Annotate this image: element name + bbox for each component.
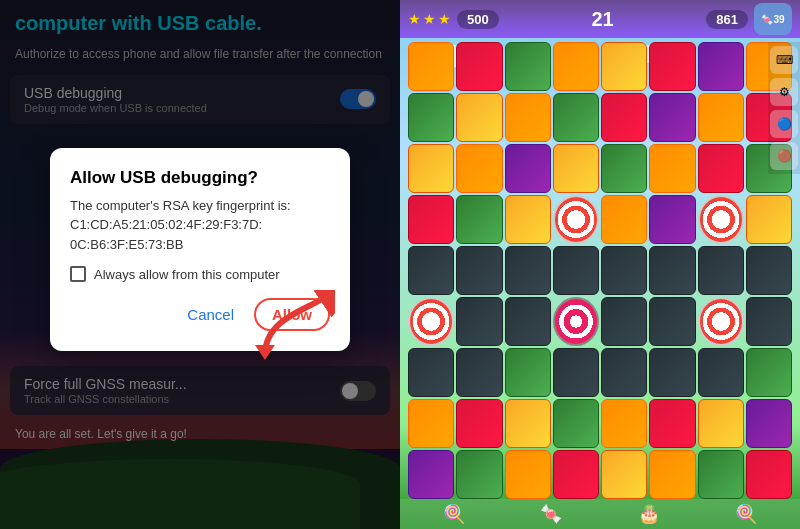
candy [553,93,599,142]
side-icons: ⌨ ⚙ 🔵 🟤 [768,42,800,174]
candy-dark [553,246,599,295]
candy [746,450,792,499]
candy [601,144,647,193]
candy [408,399,454,448]
candy [456,399,502,448]
candy [505,348,551,397]
candy [505,195,551,244]
candy-dark [456,246,502,295]
candy-peppermint [553,195,599,244]
cancel-button[interactable]: Cancel [175,300,246,329]
candy-dark [505,297,551,346]
bottom-candy-2: 🍬 [540,503,562,525]
candy [601,399,647,448]
always-allow-checkbox[interactable] [70,266,86,282]
candy [553,399,599,448]
candy-dark [746,297,792,346]
item-icon: 🍬 [761,14,773,25]
game-topbar: ★ ★ ★ 500 21 861 🍬 39 [400,0,800,38]
dialog-overlay: Allow USB debugging? The computer's RSA … [0,0,400,529]
candy-dark [601,297,647,346]
candy [505,450,551,499]
dialog-body: The computer's RSA key fingerprint is: C… [70,196,330,255]
candy [649,144,695,193]
candy [553,450,599,499]
candy-dark [456,297,502,346]
candy [505,144,551,193]
candy [649,93,695,142]
candy-dark [746,246,792,295]
right-panel: ★ ★ ★ 500 21 861 🍬 39 [400,0,800,529]
candy [698,42,744,91]
candy-peppermint-large [553,297,599,346]
score-badge: 500 [457,10,499,29]
candy-dark [408,246,454,295]
bottom-candy-1: 🍭 [443,503,465,525]
candy [649,399,695,448]
candy-dark [505,246,551,295]
candy-dark [698,246,744,295]
game-grid [408,42,792,499]
game-bottom: 🍭 🍬 🎂 🍭 [400,499,800,529]
dialog-title: Allow USB debugging? [70,168,330,188]
candy-dark [698,348,744,397]
checkbox-row[interactable]: Always allow from this computer [70,266,330,282]
candy [553,144,599,193]
candy [698,450,744,499]
candy [649,195,695,244]
candy-dark [553,348,599,397]
boost-icon[interactable]: 🔵 [770,110,798,138]
candy-dark [601,246,647,295]
candy [649,42,695,91]
bottom-candy-4: 🍭 [735,503,757,525]
candy-dark [456,348,502,397]
candy [456,450,502,499]
candy-dark [649,246,695,295]
candy [746,195,792,244]
score-badge-2: 861 [706,10,748,29]
candy [456,144,502,193]
candy-dark [408,348,454,397]
settings-icon[interactable]: ⚙ [770,78,798,106]
candy [601,42,647,91]
candy [746,399,792,448]
candy-peppermint [698,195,744,244]
candy-dark [649,348,695,397]
usb-dialog: Allow USB debugging? The computer's RSA … [50,148,350,352]
star-2: ★ [423,11,436,27]
candy [456,42,502,91]
candy [456,93,502,142]
candy [408,450,454,499]
candy [698,93,744,142]
candy-dark [649,297,695,346]
moves-display: 21 [591,8,613,31]
allow-button[interactable]: Allow [254,298,330,331]
left-panel: computer with USB cable. Authorize to ac… [0,0,400,529]
candy [408,195,454,244]
bottom-candy-3: 🎂 [638,503,660,525]
stars-row: ★ ★ ★ [408,11,451,27]
candy-peppermint-big2 [698,297,744,346]
star-1: ★ [408,11,421,27]
item-count: 39 [773,14,784,25]
candy [505,399,551,448]
candy [408,42,454,91]
candy [456,195,502,244]
candy-peppermint-big [408,297,454,346]
candy [505,93,551,142]
candy [698,144,744,193]
checkbox-label: Always allow from this computer [94,267,280,282]
candy [649,450,695,499]
candy-dark [601,348,647,397]
keyboard-icon[interactable]: ⌨ [770,46,798,74]
candy [601,450,647,499]
candy [505,42,551,91]
candy [408,144,454,193]
candy [698,399,744,448]
candy [601,195,647,244]
candy [553,42,599,91]
dialog-buttons: Cancel Allow [70,298,330,331]
candy [601,93,647,142]
color-icon[interactable]: 🟤 [770,142,798,170]
star-3: ★ [438,11,451,27]
